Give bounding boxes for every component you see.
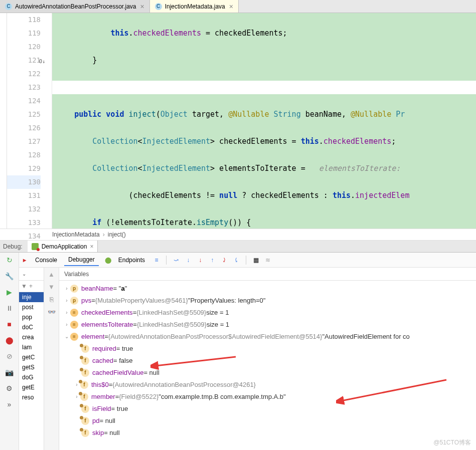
step-over-icon[interactable]: ⤻	[172, 256, 181, 265]
frames-panel: ⌄ ▼ + inje post pop doC crea lam getC ge…	[19, 268, 44, 450]
pause-icon[interactable]: ⏸	[5, 304, 14, 313]
frame-item[interactable]: reso	[19, 392, 44, 402]
line-number: 131	[7, 189, 41, 202]
expand-icon[interactable]: ›	[63, 283, 70, 295]
debug-config-name: DemoApplication	[42, 243, 87, 250]
var-cachedFieldValue[interactable]: fcachedFieldValue = null	[59, 367, 476, 379]
frame-item[interactable]: getE	[19, 382, 44, 392]
tab-injectionmetadata[interactable]: CInjectionMetadata.java×	[150, 0, 239, 13]
line-number: 122	[7, 67, 41, 81]
frame-item[interactable]: pop	[19, 312, 44, 322]
variables-header: Variables	[59, 268, 476, 281]
console-out-icon: ▸	[23, 257, 26, 264]
more-icon[interactable]: »	[5, 400, 14, 409]
var-skip[interactable]: fskip = null	[59, 427, 476, 439]
debug-content: ⌄ ▼ + inje post pop doC crea lam getC ge…	[19, 268, 476, 450]
down-icon[interactable]: ▼	[48, 283, 55, 291]
debugger-tab[interactable]: Debugger	[64, 254, 99, 266]
close-icon[interactable]: ×	[229, 3, 233, 11]
expand-icon[interactable]: ›	[63, 307, 70, 319]
line-number: 128	[7, 148, 41, 162]
breakpoints-icon[interactable]: ⬤	[5, 336, 14, 345]
frames-header: ⌄	[19, 268, 44, 281]
line-number: 132	[7, 202, 41, 216]
stop-icon[interactable]: ■	[5, 320, 14, 329]
var-elementsToIterate[interactable]: ›≡elementsToIterate = {LinkedHashSet@550…	[59, 319, 476, 331]
frame-item[interactable]: getC	[19, 352, 44, 362]
console-tab[interactable]: Console	[31, 255, 61, 266]
line-number: 129	[7, 162, 41, 175]
override-icon[interactable]: O↓	[39, 55, 45, 68]
variables-panel: Variables ›pbeanName = "a" ›ppvs = {Muta…	[59, 268, 476, 450]
class-icon: C	[5, 3, 12, 10]
var-element[interactable]: ⌄≡element = {AutowiredAnnotationBeanPost…	[59, 331, 476, 343]
show-exec-icon[interactable]: ≡	[152, 256, 161, 265]
var-beanName[interactable]: ›pbeanName = "a"	[59, 283, 476, 295]
step-out-icon[interactable]: ↑	[208, 256, 217, 265]
camera-icon[interactable]: 📷	[5, 368, 14, 377]
var-required[interactable]: frequired = true	[59, 343, 476, 355]
add-icon[interactable]: +	[29, 283, 33, 290]
wrench-icon[interactable]: 🔧	[5, 272, 14, 281]
line-number: 134	[7, 230, 41, 243]
glasses-icon[interactable]: 👓	[48, 308, 56, 316]
filter-icon[interactable]: ▼	[21, 283, 27, 290]
copy-icon[interactable]: ⎘	[50, 296, 54, 303]
up-icon[interactable]: ▲	[48, 271, 55, 278]
code-editor: 118 119 120 121 122 123 124 125 126 127 …	[0, 13, 476, 229]
frame-item[interactable]: getS	[19, 362, 44, 372]
editor-tabs: CAutowiredAnnotationBeanPostProcessor.ja…	[0, 0, 476, 13]
trace-icon[interactable]: ≋	[263, 256, 272, 265]
var-isField[interactable]: fisField = true	[59, 403, 476, 415]
mute-breakpoints-icon[interactable]: ⊘	[5, 352, 14, 361]
spring-boot-icon	[32, 243, 39, 250]
frame-item[interactable]: crea	[19, 332, 44, 342]
collapse-icon[interactable]: ⌄	[63, 331, 70, 343]
variables-tree: ›pbeanName = "a" ›ppvs = {MutablePropert…	[59, 281, 476, 441]
frame-item[interactable]: lam	[19, 342, 44, 352]
endpoints-icon: ⬤	[105, 257, 111, 264]
line-number: 124	[7, 94, 41, 108]
var-checkedElements[interactable]: ›≡checkedElements = {LinkedHashSet@5509}…	[59, 307, 476, 319]
code-area[interactable]: this.checkedElements = checkedElements; …	[52, 13, 476, 229]
var-pd[interactable]: fpd = null	[59, 415, 476, 427]
drop-frame-icon[interactable]: ⤸	[220, 256, 229, 265]
close-icon[interactable]: ×	[140, 3, 144, 11]
evaluate-icon[interactable]: ▦	[251, 256, 260, 265]
var-member[interactable]: ›fmember = {Field@5522} "com.example.tmp…	[59, 391, 476, 403]
class-icon: C	[155, 3, 162, 10]
tab-label: InjectionMetadata.java	[165, 3, 225, 10]
line-gutter: 118 119 120 121 122 123 124 125 126 127 …	[7, 13, 52, 229]
step-into-icon[interactable]: ↓	[184, 256, 193, 265]
tab-label: AutowiredAnnotationBeanPostProcessor.jav…	[15, 3, 136, 10]
watermark: @51CTO博客	[433, 438, 471, 447]
settings-icon[interactable]: ⚙	[5, 384, 14, 393]
frame-item[interactable]: doG	[19, 372, 44, 382]
line-number: 133	[7, 216, 41, 230]
var-this0[interactable]: ›fthis$0 = {AutowiredAnnotationBeanPostP…	[59, 379, 476, 391]
editor-left-gutter	[0, 13, 7, 229]
endpoints-tab[interactable]: Endpoints	[114, 255, 149, 266]
force-step-into-icon[interactable]: ↓	[196, 256, 205, 265]
frame-item[interactable]: inje	[19, 292, 44, 302]
var-pvs[interactable]: ›ppvs = {MutablePropertyValues@5461} "Pr…	[59, 295, 476, 307]
line-number: 126	[7, 121, 41, 135]
frame-item[interactable]: post	[19, 302, 44, 312]
frames-tools: ▼ +	[19, 281, 44, 292]
breadcrumb-item[interactable]: InjectionMetadata	[52, 231, 100, 238]
rerun-icon[interactable]: ↻	[5, 256, 14, 265]
var-cached[interactable]: fcached = false	[59, 355, 476, 367]
expand-icon[interactable]: ›	[63, 319, 70, 331]
line-number: 130	[7, 175, 41, 189]
frame-item[interactable]: doC	[19, 322, 44, 332]
breadcrumb-item[interactable]: inject()	[108, 231, 126, 238]
line-number: 119	[7, 27, 41, 40]
line-number: 118	[7, 13, 41, 27]
line-number: 123	[7, 81, 41, 94]
expand-icon[interactable]: ›	[63, 295, 70, 307]
run-to-cursor-icon[interactable]: ⤹	[232, 256, 241, 265]
tab-autowired[interactable]: CAutowiredAnnotationBeanPostProcessor.ja…	[0, 0, 150, 13]
resume-icon[interactable]: ▶	[5, 288, 14, 297]
mid-toolbar: ▲ ▼ ⎘ 👓	[44, 268, 59, 450]
close-icon[interactable]: ×	[90, 243, 93, 250]
